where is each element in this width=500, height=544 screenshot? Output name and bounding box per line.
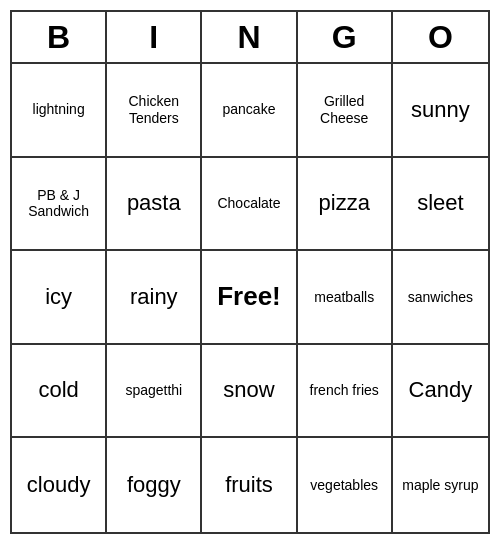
bingo-cell[interactable]: vegetables — [298, 438, 393, 532]
header-letter: I — [107, 12, 202, 62]
bingo-cell[interactable]: Grilled Cheese — [298, 64, 393, 158]
bingo-cell[interactable]: pizza — [298, 158, 393, 252]
bingo-cell[interactable]: PB & J Sandwich — [12, 158, 107, 252]
bingo-cell[interactable]: pancake — [202, 64, 297, 158]
bingo-cell[interactable]: lightning — [12, 64, 107, 158]
bingo-cell[interactable]: sanwiches — [393, 251, 488, 345]
bingo-cell[interactable]: foggy — [107, 438, 202, 532]
bingo-cell[interactable]: Free! — [202, 251, 297, 345]
bingo-cell[interactable]: spagetthi — [107, 345, 202, 439]
bingo-cell[interactable]: Chocalate — [202, 158, 297, 252]
bingo-cell[interactable]: maple syrup — [393, 438, 488, 532]
header-letter: N — [202, 12, 297, 62]
bingo-cell[interactable]: french fries — [298, 345, 393, 439]
bingo-cell[interactable]: sunny — [393, 64, 488, 158]
header-letter: O — [393, 12, 488, 62]
bingo-grid: lightningChicken TenderspancakeGrilled C… — [10, 62, 490, 534]
bingo-cell[interactable]: meatballs — [298, 251, 393, 345]
bingo-header: BINGO — [10, 10, 490, 62]
bingo-cell[interactable]: cold — [12, 345, 107, 439]
header-letter: B — [12, 12, 107, 62]
bingo-cell[interactable]: pasta — [107, 158, 202, 252]
bingo-cell[interactable]: icy — [12, 251, 107, 345]
bingo-cell[interactable]: Chicken Tenders — [107, 64, 202, 158]
bingo-cell[interactable]: fruits — [202, 438, 297, 532]
bingo-cell[interactable]: sleet — [393, 158, 488, 252]
header-letter: G — [298, 12, 393, 62]
bingo-cell[interactable]: snow — [202, 345, 297, 439]
bingo-cell[interactable]: Candy — [393, 345, 488, 439]
bingo-card: BINGO lightningChicken TenderspancakeGri… — [10, 10, 490, 534]
bingo-cell[interactable]: cloudy — [12, 438, 107, 532]
bingo-cell[interactable]: rainy — [107, 251, 202, 345]
